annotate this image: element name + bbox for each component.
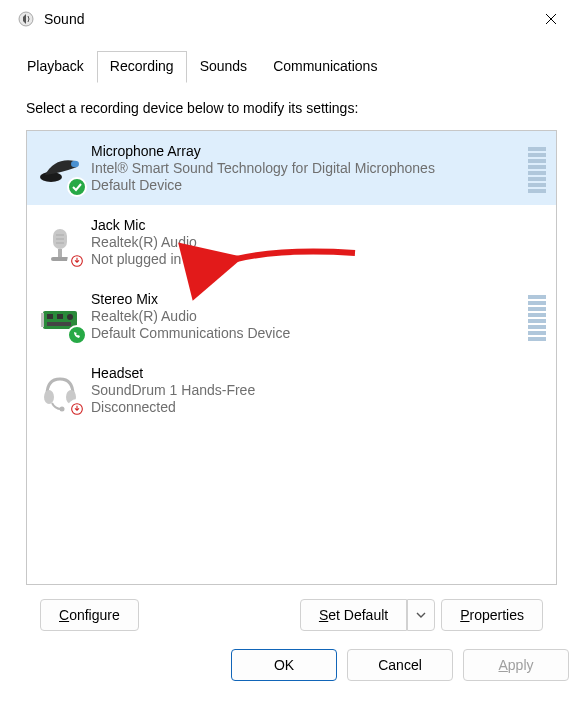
device-provider: Realtek(R) Audio <box>91 234 548 250</box>
device-name: Headset <box>91 365 548 381</box>
device-item-jack-mic[interactable]: Jack Mic Realtek(R) Audio Not plugged in <box>27 205 556 279</box>
device-provider: Intel® Smart Sound Technology for Digita… <box>91 160 522 176</box>
tab-playback[interactable]: Playback <box>14 51 97 83</box>
apply-label-rest: pply <box>508 657 534 673</box>
device-text: Headset SoundDrum 1 Hands-Free Disconnec… <box>91 363 548 415</box>
set-default-dropdown-button[interactable] <box>407 599 435 631</box>
device-text: Jack Mic Realtek(R) Audio Not plugged in <box>91 215 548 267</box>
set-default-button[interactable]: Set Default <box>300 599 407 631</box>
device-status: Disconnected <box>91 399 548 415</box>
device-text: Microphone Array Intel® Smart Sound Tech… <box>91 141 522 193</box>
sound-icon <box>18 11 34 27</box>
device-text: Stereo Mix Realtek(R) Audio Default Comm… <box>91 289 522 341</box>
cancel-button[interactable]: Cancel <box>347 649 453 681</box>
svg-rect-12 <box>57 314 63 319</box>
device-name: Jack Mic <box>91 217 548 233</box>
chevron-down-icon <box>416 610 426 620</box>
microphone-icon <box>35 145 85 195</box>
device-status: Default Device <box>91 177 522 193</box>
set-default-split-button: Set Default <box>300 599 435 631</box>
panel-buttons: Configure Set Default Properties <box>14 585 569 631</box>
close-button[interactable] <box>529 4 573 34</box>
svg-rect-15 <box>41 313 44 327</box>
svg-point-13 <box>67 314 73 320</box>
dialog-footer: OK Cancel Apply <box>0 631 583 695</box>
window-title: Sound <box>44 11 84 27</box>
device-name: Microphone Array <box>91 143 522 159</box>
configure-label-rest: onfigure <box>69 607 120 623</box>
device-name: Stereo Mix <box>91 291 522 307</box>
tab-communications[interactable]: Communications <box>260 51 390 83</box>
set-default-label-rest: et Default <box>328 607 388 623</box>
device-status: Default Communications Device <box>91 325 522 341</box>
device-provider: Realtek(R) Audio <box>91 308 522 324</box>
device-item-headset[interactable]: Headset SoundDrum 1 Hands-Free Disconnec… <box>27 353 556 427</box>
svg-point-18 <box>60 407 65 412</box>
apply-button[interactable]: Apply <box>463 649 569 681</box>
device-status: Not plugged in <box>91 251 548 267</box>
jack-mic-icon <box>35 219 85 269</box>
device-item-microphone-array[interactable]: Microphone Array Intel® Smart Sound Tech… <box>27 131 556 205</box>
headset-icon <box>35 367 85 417</box>
svg-rect-11 <box>47 314 53 319</box>
tab-recording[interactable]: Recording <box>97 51 187 83</box>
status-badge-disconnected-icon <box>67 399 87 419</box>
level-meter-icon <box>528 295 546 341</box>
device-list: Microphone Array Intel® Smart Sound Tech… <box>26 130 557 585</box>
properties-label-rest: roperties <box>470 607 524 623</box>
tabs-bar: Playback Recording Sounds Communications <box>0 38 583 82</box>
svg-point-2 <box>71 161 79 167</box>
status-badge-default-icon <box>67 177 87 197</box>
configure-button[interactable]: Configure <box>40 599 139 631</box>
instruction-text: Select a recording device below to modif… <box>14 82 569 130</box>
tab-panel: Select a recording device below to modif… <box>0 82 583 631</box>
device-item-stereo-mix[interactable]: Stereo Mix Realtek(R) Audio Default Comm… <box>27 279 556 353</box>
level-meter-icon <box>528 147 546 193</box>
device-provider: SoundDrum 1 Hands-Free <box>91 382 548 398</box>
properties-button[interactable]: Properties <box>441 599 543 631</box>
tab-sounds[interactable]: Sounds <box>187 51 260 83</box>
titlebar: Sound <box>0 0 583 38</box>
status-badge-unplugged-icon <box>67 251 87 271</box>
ok-button[interactable]: OK <box>231 649 337 681</box>
svg-rect-14 <box>47 322 71 326</box>
svg-point-16 <box>44 390 54 404</box>
status-badge-comm-icon <box>67 325 87 345</box>
sound-card-icon <box>35 293 85 343</box>
close-icon <box>545 13 557 25</box>
